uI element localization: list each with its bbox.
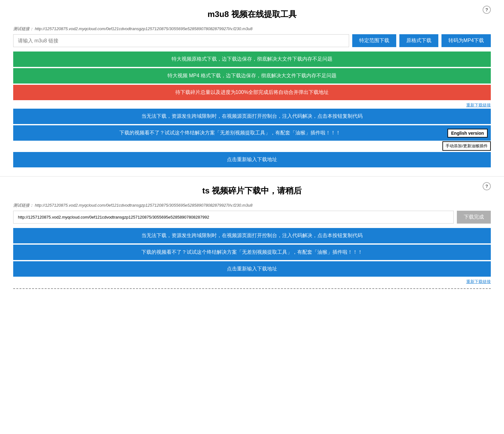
test-link-url2: http://1257120875.vod2.myqcloud.com/0ef1… (35, 203, 253, 208)
test-link-label2: 测试链接： (13, 203, 34, 208)
section2-title: ts 视频碎片下载中，请稍后 (13, 182, 491, 196)
section2-url-input[interactable] (13, 211, 454, 224)
section2-banner-blue1[interactable]: 当无法下载，资源发生跨域限制时，在视频源页面打开控制台，注入代码解决，点击本按钮… (13, 228, 491, 243)
bottom-divider (13, 288, 491, 289)
section1-banner-green1[interactable]: 特大视频原格式下载，边下载边保存，彻底解决大文件下载内存不足问题 (13, 52, 491, 67)
section2-banner-blue3[interactable]: 点击重新输入下载地址 (13, 261, 491, 277)
section1-banner-row2: 下载的视频看不了？试试这个终结解决方案「无差别视频提取工具」，有配套「油猴」插件… (13, 125, 491, 151)
section1-help-button[interactable]: ? (483, 6, 491, 14)
test-link-url: http://1257120875.vod2.myqcloud.com/0ef1… (35, 26, 253, 31)
section1-banner-blue3[interactable]: 点击重新输入下载地址 (13, 152, 491, 167)
section1-english-version-button[interactable]: English version (447, 129, 488, 138)
section1-mp4-download-button[interactable]: 转码为MP4下载 (441, 34, 491, 47)
section2-download-done-button: 下载完成 (457, 211, 491, 224)
section1-url-input[interactable] (13, 34, 349, 47)
section1-banner-blue2-text[interactable]: 下载的视频看不了？试试这个终结解决方案「无差别视频提取工具」，有配套「油猴」插件… (13, 125, 491, 141)
section1-banner-row1: 重新下载链接 当无法下载，资源发生跨域限制时，在视频源页面打开控制台，注入代码解… (13, 101, 491, 124)
section1-banner-green2[interactable]: 特大视频 MP4 格式下载，边下载边保存，彻底解决大文件下载内存不足问题 (13, 68, 491, 84)
section2-input-row: 下载完成 (13, 211, 491, 224)
test-link-label: 测试链接： (13, 26, 34, 31)
section1: m3u8 视频在线提取工具 ? 测试链接： http://1257120875.… (7, 0, 497, 176)
section2-redownload-link[interactable]: 重新下载链接 (466, 279, 491, 284)
section1-test-link: 测试链接： http://1257120875.vod2.myqcloud.co… (13, 26, 491, 32)
section1-original-download-button[interactable]: 原格式下载 (399, 34, 438, 47)
section1-banner-red1[interactable]: 待下载碎片总量以及进度为100%全部完成后将自动合并弹出下载地址 (13, 85, 491, 100)
section1-banner-blue1[interactable]: 当无法下载，资源发生跨域限制时，在视频源页面打开控制台，注入代码解决，点击本按钮… (13, 109, 491, 124)
section1-english-version-corner: English version (444, 125, 491, 141)
section1-redownload-link[interactable]: 重新下载链接 (466, 103, 491, 107)
section2-test-link: 测试链接： http://1257120875.vod2.myqcloud.co… (13, 203, 491, 208)
section2-redownload-row: 重新下载链接 (13, 278, 491, 285)
section1-redownload-top: 重新下载链接 (13, 101, 491, 109)
section1-range-download-button[interactable]: 特定范围下载 (352, 34, 396, 47)
section2-banner-blue2[interactable]: 下载的视频看不了？试试这个终结解决方案「无差别视频提取工具」，有配套「油猴」插件… (13, 245, 491, 260)
section1-input-row: 特定范围下载 原格式下载 转码为MP4下载 (13, 34, 491, 47)
section2: ts 视频碎片下载中，请稍后 ? 测试链接： http://1257120875… (7, 176, 497, 296)
section1-title: m3u8 视频在线提取工具 (13, 6, 491, 20)
section2-help-button[interactable]: ? (483, 182, 491, 190)
section1-manual-add-button[interactable]: 手动添加/更新油猴插件 (442, 141, 491, 151)
